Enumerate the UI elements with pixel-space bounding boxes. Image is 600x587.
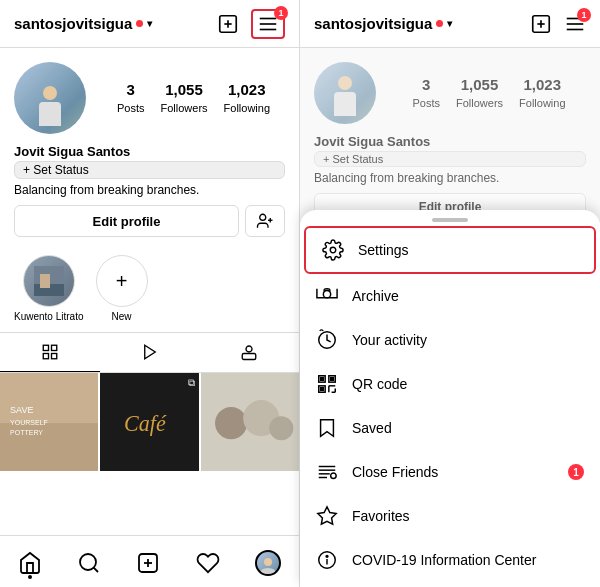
right-profile-name: Jovit Sigua Santos xyxy=(314,134,586,149)
right-avatar xyxy=(314,62,376,124)
add-post-button[interactable] xyxy=(217,13,239,35)
tab-grid[interactable] xyxy=(0,333,100,372)
svg-rect-14 xyxy=(43,354,48,359)
post-tabs xyxy=(0,332,299,373)
left-header: santosjovitsigua ▾ 1 xyxy=(0,0,299,48)
menu-item-covid[interactable]: COVID-19 Information Center xyxy=(300,538,600,582)
svg-point-30 xyxy=(80,554,96,570)
menu-qr-label: QR code xyxy=(352,376,407,392)
followers-count: 1,055 xyxy=(160,81,207,98)
svg-text:POTTERY: POTTERY xyxy=(10,429,43,436)
svg-point-59 xyxy=(331,473,337,479)
friends-badge: 1 xyxy=(568,464,584,480)
nav-heart[interactable] xyxy=(196,551,220,575)
menu-drag-handle[interactable] xyxy=(432,218,468,222)
right-username-area[interactable]: santosjovitsigua ▾ xyxy=(314,15,452,32)
archive-icon xyxy=(316,285,338,307)
right-bio: Balancing from breaking branches. xyxy=(314,171,586,185)
menu-item-friends[interactable]: Close Friends 1 xyxy=(300,450,600,494)
right-menu-badge: 1 xyxy=(577,8,591,22)
svg-point-42 xyxy=(330,247,336,253)
menu-item-activity[interactable]: Your activity xyxy=(300,318,600,362)
right-menu-button[interactable]: 1 xyxy=(564,13,586,35)
right-following-label: Following xyxy=(519,97,565,109)
highlight-kuwento[interactable]: Kuwento Litrato xyxy=(14,255,84,322)
header-actions: 1 xyxy=(217,9,285,39)
highlight-new[interactable]: + New xyxy=(96,255,148,322)
svg-rect-12 xyxy=(43,345,48,350)
right-followers-label: Followers xyxy=(456,97,503,109)
menu-archive-label: Archive xyxy=(352,288,399,304)
svg-marker-16 xyxy=(144,345,155,359)
nav-add[interactable] xyxy=(136,551,160,575)
username-text: santosjovitsigua xyxy=(14,15,132,32)
post-cell-2[interactable] xyxy=(201,373,299,471)
set-status-button[interactable]: + Set Status xyxy=(14,161,285,179)
svg-point-17 xyxy=(246,346,252,352)
username-area[interactable]: santosjovitsigua ▾ xyxy=(14,15,152,32)
right-notification-dot xyxy=(436,20,443,27)
tab-reels[interactable] xyxy=(100,333,200,372)
svg-rect-49 xyxy=(321,388,324,391)
menu-friends-label: Close Friends xyxy=(352,464,438,480)
qr-icon xyxy=(316,373,338,395)
svg-rect-13 xyxy=(51,345,56,350)
right-panel: santosjovitsigua ▾ 1 xyxy=(300,0,600,587)
right-avatar-figure xyxy=(329,76,361,124)
nav-search[interactable] xyxy=(77,551,101,575)
highlights-row: Kuwento Litrato + New xyxy=(0,255,299,332)
home-active-dot xyxy=(28,575,32,579)
menu-item-settings[interactable]: Settings xyxy=(304,226,596,274)
svg-text:Café: Café xyxy=(124,411,167,436)
followers-stat: 1,055 Followers xyxy=(160,81,207,116)
right-profile-top: 3 Posts 1,055 Followers 1,023 Following xyxy=(314,62,586,124)
svg-rect-48 xyxy=(331,378,334,381)
star-icon xyxy=(316,505,338,527)
profile-top: 3 Posts 1,055 Followers 1,023 Following xyxy=(14,62,285,134)
svg-rect-15 xyxy=(51,354,56,359)
svg-rect-47 xyxy=(321,378,324,381)
menu-item-saved[interactable]: Saved xyxy=(300,406,600,450)
menu-overlay: Settings Archive Your acti xyxy=(300,210,600,587)
right-avatar-body xyxy=(334,92,356,116)
post-cell-1[interactable]: Café ⧉ xyxy=(100,373,198,471)
right-add-post-button[interactable] xyxy=(530,13,552,35)
right-set-status[interactable]: + Set Status xyxy=(314,151,586,167)
tab-tagged[interactable] xyxy=(199,333,299,372)
followers-label: Followers xyxy=(160,102,207,114)
svg-point-29 xyxy=(269,416,293,440)
menu-favorites-label: Favorites xyxy=(352,508,410,524)
menu-button[interactable]: 1 xyxy=(251,9,285,39)
svg-marker-60 xyxy=(318,507,336,524)
stats-row: 3 Posts 1,055 Followers 1,023 Following xyxy=(102,81,285,116)
right-followers-count: 1,055 xyxy=(456,76,503,93)
svg-point-62 xyxy=(326,555,328,557)
svg-marker-54 xyxy=(321,420,334,437)
svg-point-35 xyxy=(264,558,272,566)
following-count: 1,023 xyxy=(224,81,270,98)
nav-home[interactable] xyxy=(18,551,42,575)
right-following-count: 1,023 xyxy=(519,76,565,93)
following-label: Following xyxy=(224,102,270,114)
highlight-circle-kuwento xyxy=(23,255,75,307)
svg-text:SAVE: SAVE xyxy=(10,405,33,415)
svg-rect-18 xyxy=(242,354,256,360)
nav-profile[interactable] xyxy=(255,550,281,576)
menu-badge: 1 xyxy=(274,6,288,20)
svg-point-27 xyxy=(215,407,247,439)
chevron-down-icon: ▾ xyxy=(147,18,152,29)
avatar-head xyxy=(43,86,57,100)
notification-dot xyxy=(136,20,143,27)
svg-text:YOURSELF: YOURSELF xyxy=(10,419,48,426)
info-icon xyxy=(316,549,338,571)
gear-icon xyxy=(322,239,344,261)
left-panel: santosjovitsigua ▾ 1 xyxy=(0,0,300,587)
menu-item-favorites[interactable]: Favorites xyxy=(300,494,600,538)
menu-item-archive[interactable]: Archive xyxy=(300,274,600,318)
add-person-button[interactable] xyxy=(245,205,285,237)
edit-profile-button[interactable]: Edit profile xyxy=(14,205,239,237)
menu-item-qr[interactable]: QR code xyxy=(300,362,600,406)
right-posts-label: Posts xyxy=(412,97,440,109)
menu-saved-label: Saved xyxy=(352,420,392,436)
post-cell-0[interactable]: SAVE YOURSELF POTTERY xyxy=(0,373,98,471)
